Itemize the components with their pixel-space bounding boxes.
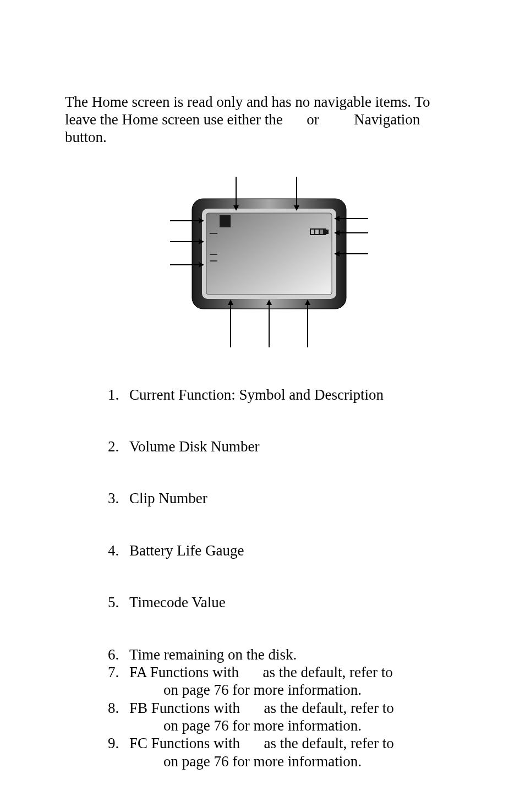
document-page: The Home screen is read only and has no … xyxy=(0,0,525,812)
screen-marker-topleft xyxy=(220,215,231,227)
battery-icon-cap xyxy=(326,230,329,234)
legend-text-8a: FB Functions with xyxy=(129,700,240,716)
intro-line2a: leave the Home screen use either the xyxy=(65,111,283,128)
legend-text-9a: FC Functions with xyxy=(129,735,240,751)
legend-item-8: FB Functions with as the default, refer … xyxy=(123,699,462,735)
diagram-container xyxy=(65,171,462,353)
legend-text-1: Current Function: Symbol and Description xyxy=(129,386,384,403)
legend-list: Current Function: Symbol and Description… xyxy=(65,386,462,771)
legend-item-2: Volume Disk Number xyxy=(123,438,462,455)
legend-text-5: Timecode Value xyxy=(129,594,226,611)
legend-item-9: FC Functions with as the default, refer … xyxy=(123,734,462,770)
legend-item-3: Clip Number xyxy=(123,489,462,507)
battery-icon-cell2 xyxy=(315,230,319,234)
legend-text-9b: as the default, refer to xyxy=(264,735,394,751)
battery-icon-cell1 xyxy=(311,230,314,234)
legend-item-5: Timecode Value xyxy=(123,593,462,611)
intro-paragraph: The Home screen is read only and has no … xyxy=(65,94,462,146)
legend-item-4: Battery Life Gauge xyxy=(123,542,462,559)
legend-item-6: Time remaining on the disk. xyxy=(123,646,462,663)
legend-item-7: FA Functions with as the default, refer … xyxy=(123,663,462,699)
legend-text-8c: on page 76 for more information. xyxy=(129,717,462,734)
device-diagram xyxy=(148,171,379,353)
screen-line-left-1 xyxy=(210,233,217,234)
intro-line2b: or xyxy=(307,111,319,128)
legend-text-9c: on page 76 for more information. xyxy=(129,753,462,770)
legend-text-7a: FA Functions with xyxy=(129,664,239,680)
device-svg xyxy=(148,171,379,353)
battery-icon-cell3 xyxy=(320,230,323,234)
legend-text-7b: as the default, refer to xyxy=(263,664,393,680)
legend-text-8b: as the default, refer to xyxy=(264,700,394,716)
legend-text-2: Volume Disk Number xyxy=(129,438,260,455)
legend-text-4: Battery Life Gauge xyxy=(129,542,244,559)
legend-text-3: Clip Number xyxy=(129,490,207,506)
intro-line3: button. xyxy=(65,129,107,145)
screen-line-left-2 xyxy=(210,254,217,255)
intro-line2c: Navigation xyxy=(354,111,420,128)
legend-text-6: Time remaining on the disk. xyxy=(129,646,297,663)
intro-line1: The Home screen is read only and has no … xyxy=(65,94,430,110)
legend-text-7c: on page 76 for more information. xyxy=(129,681,462,699)
legend-item-1: Current Function: Symbol and Description xyxy=(123,386,462,404)
screen-line-left-3 xyxy=(210,260,217,261)
